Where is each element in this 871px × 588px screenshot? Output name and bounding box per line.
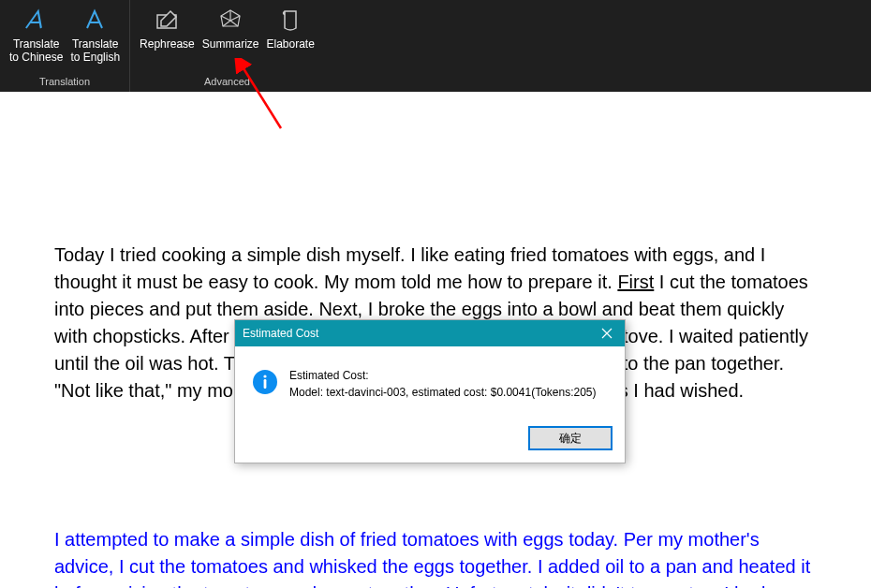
ribbon-button-label: Rephrease — [140, 37, 195, 51]
dialog-titlebar[interactable]: Estimated Cost — [235, 320, 625, 346]
translate-english-icon — [82, 6, 109, 36]
ribbon-group-translation: Translate to Chinese Translate to Englis… — [0, 0, 130, 92]
ribbon-group-label: Advanced — [204, 73, 250, 92]
elaborate-button[interactable]: Elaborate — [262, 0, 317, 73]
svg-line-4 — [230, 16, 240, 21]
ribbon-button-label: Translate to English — [70, 37, 120, 64]
ribbon-button-label: Summarize — [202, 37, 259, 51]
svg-rect-11 — [264, 379, 267, 389]
ribbon-button-label: Translate to Chinese — [9, 37, 63, 64]
info-icon — [252, 369, 278, 398]
translate-chinese-icon — [23, 6, 50, 36]
rephrase-button[interactable]: Rephrease — [136, 0, 199, 73]
translate-to-chinese-button[interactable]: Translate to Chinese — [6, 0, 66, 73]
svg-line-6 — [230, 21, 238, 26]
dialog-message: Estimated Cost: Model: text-davinci-003,… — [289, 367, 597, 401]
svg-point-10 — [263, 375, 266, 377]
estimated-cost-dialog: Estimated Cost Estimated Cost: Model: te… — [234, 319, 626, 463]
summarize-icon — [217, 6, 244, 36]
svg-line-3 — [221, 16, 230, 21]
elaborate-icon — [277, 6, 303, 36]
paragraph-summary: I attempted to make a simple dish of fri… — [54, 526, 817, 588]
ok-button[interactable]: 确定 — [529, 427, 612, 449]
ribbon-toolbar: Translate to Chinese Translate to Englis… — [0, 0, 871, 92]
dialog-line: Model: text-davinci-003, estimated cost:… — [289, 384, 597, 401]
close-button[interactable] — [589, 320, 625, 346]
text-underlined: First — [617, 272, 654, 292]
close-icon — [601, 328, 613, 339]
rephrase-icon — [154, 6, 180, 36]
ribbon-group-label: Translation — [39, 73, 90, 92]
translate-to-english-button[interactable]: Translate to English — [66, 0, 124, 73]
dialog-title: Estimated Cost — [243, 327, 318, 340]
summarize-button[interactable]: Summarize — [199, 0, 263, 73]
dialog-line: Estimated Cost: — [289, 367, 597, 384]
ribbon-button-label: Elaborate — [266, 37, 314, 51]
svg-line-5 — [223, 21, 230, 26]
ribbon-group-advanced: Rephrease Summarize Elaborate Advanced — [130, 0, 324, 92]
